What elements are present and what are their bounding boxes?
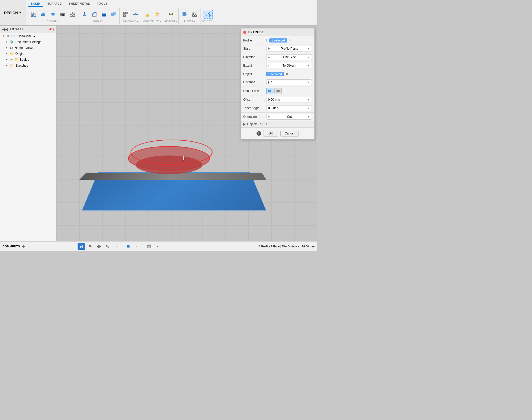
zoom-dropdown-btn[interactable]: ▼ [112,243,120,250]
objects-to-cut-section[interactable]: ▶ Objects To Cut [241,121,314,127]
tab-tools[interactable]: TOOLS [94,1,110,7]
sketches-folder-icon: 📁 [10,64,14,67]
start-icon: ⊢ [268,47,271,50]
svg-marker-27 [145,14,150,16]
grid-dropdown-btn[interactable]: ▼ [154,243,162,250]
construct-axis-btn[interactable] [153,10,162,19]
display-dropdown-arrow: ▼ [136,245,138,248]
select-buttons [204,10,213,19]
chain-faces-row: Chain Faces [241,87,314,96]
vis-bodies[interactable]: 👁 [10,58,13,61]
chain-faces-on-btn[interactable] [266,88,273,94]
construct-buttons [143,10,162,19]
svg-rect-52 [278,90,280,92]
offset-dropdown-arrow: ▼ [307,98,310,101]
extent-row: Extent ↕ To Object ▼ [241,61,314,70]
grid-dropdown-arrow: ▼ [156,245,159,248]
start-dropdown[interactable]: ⊢ Profile Plane ▼ [266,46,312,51]
chain-faces-off-btn[interactable] [274,88,282,94]
doc-settings-label: Document Settings [15,40,41,44]
tab-solid[interactable]: SOLID [28,1,43,7]
chain-faces-label: Chain Faces [243,89,266,93]
modify-fillet-btn[interactable] [90,10,99,19]
offset-input[interactable]: 0.00 mm ▼ [266,97,312,102]
object-row: Object 1 selected ✕ [241,70,314,78]
sidebar-item-named-views[interactable]: ▶ 🗂 Named Views [0,45,56,51]
start-value: Profile Plane [281,47,298,50]
svg-marker-56 [98,245,99,245]
tab-surface[interactable]: SURFACE [44,1,65,7]
expand-doc-settings: ▶ [5,40,8,44]
zoom-tool-btn[interactable] [104,243,111,250]
start-row: Start ⊢ Profile Plane ▼ [241,45,314,53]
joint-btn[interactable] [131,10,140,19]
taper-angle-input[interactable]: 0.0 deg ▼ [266,105,312,111]
operation-row: Operation ✂ Cut ▼ [241,113,314,121]
comments-label: COMMENTS [3,245,20,248]
extent-label: Extent [243,64,266,67]
create-extrude-btn[interactable] [39,10,48,19]
select-btn[interactable] [204,10,213,19]
design-label: DESIGN [4,11,18,15]
insert-btn[interactable] [180,10,189,19]
operation-value: Cut [287,115,292,119]
profile-clear-btn[interactable]: ✕ [288,38,292,43]
construct-plane-btn[interactable] [143,10,152,19]
modify-shell-btn[interactable] [99,10,109,19]
modify-label: MODIFY ▾ [93,20,105,23]
extent-dropdown[interactable]: ↕ To Object ▼ [266,63,312,68]
pan-tool-btn[interactable] [95,243,103,250]
assemble-btn[interactable] [121,10,130,19]
insert-buttons [180,10,199,19]
named-views-label: Named Views [15,46,34,50]
display-dropdown-btn[interactable]: ▼ [133,243,141,250]
sidebar-item-unsaved[interactable]: ▼ 👁 📄 (Unsaved) ● [0,33,56,39]
grid-btn[interactable] [145,243,153,250]
ok-button[interactable]: OK [263,130,278,137]
viewport[interactable]: ↓ FRONT Z X EXTRUDE [56,26,317,241]
bottom-tools: ▼ ▼ ▼ [78,243,162,250]
display-mode-btn[interactable] [124,243,132,250]
object-clear-btn[interactable]: ✕ [285,71,289,77]
home-tool-btn[interactable] [86,243,94,250]
object-selected-badge[interactable]: 1 selected [266,72,284,76]
taper-angle-dropdown-arrow: ▼ [307,107,310,110]
sidebar-item-origin[interactable]: ▶ 📁 Origin [0,51,56,57]
start-label: Start [243,47,266,50]
design-menu[interactable]: DESIGN ▼ [0,0,26,25]
distance-dropdown[interactable]: (To) ▼ [266,79,312,85]
extent-dropdown-arrow: ▼ [307,64,310,67]
sidebar-item-doc-settings[interactable]: ▶ ⚙️ Document Settings [0,39,56,45]
svg-rect-65 [127,245,129,247]
modify-combine-btn[interactable] [109,10,118,19]
direction-dropdown[interactable]: ⬅ One Side ▼ [266,54,312,60]
profile-selected-badge[interactable]: 1 selected [269,38,287,43]
tab-sheet-metal[interactable]: SHEET METAL [66,1,93,7]
create-more-btn[interactable] [68,10,77,19]
toolbar-group-modify: MODIFY ▾ [79,8,120,24]
sidebar-item-sketches[interactable]: ▶ 📁 Sketches [0,62,56,68]
svg-rect-16 [102,14,106,16]
create-hole-btn[interactable] [58,10,67,19]
construct-label: CONSTRUCT ▾ [143,20,161,23]
top-toolbar: DESIGN ▼ SOLID SURFACE SHEET METAL TOOLS [0,0,317,26]
insert-photo-btn[interactable] [190,10,199,19]
direction-label: Direction [243,55,266,59]
sidebar-item-bodies[interactable]: ▶ 👁 📁 Bodies [0,57,56,62]
create-revolve-btn[interactable] [48,10,58,19]
select-label: SELECT ▾ [202,20,214,23]
orbit-tool-btn[interactable] [78,243,85,250]
comments-add-icon[interactable]: ➕ [22,245,25,248]
svg-rect-55 [89,246,91,248]
extent-icon: ↕ [268,64,270,67]
measure-btn[interactable] [166,10,176,19]
create-sketch-btn[interactable] [29,10,38,19]
cancel-button[interactable]: Cancel [280,130,299,137]
vis-unsaved[interactable]: 👁 [7,35,9,38]
info-btn[interactable]: i [257,131,261,136]
sidebar-collapse-btn[interactable]: ◀◀ [2,27,8,31]
svg-rect-11 [73,12,75,14]
modify-press-pull-btn[interactable] [80,10,89,19]
extrude-close-dot[interactable] [243,31,246,34]
operation-dropdown[interactable]: ✂ Cut ▼ [266,114,312,120]
